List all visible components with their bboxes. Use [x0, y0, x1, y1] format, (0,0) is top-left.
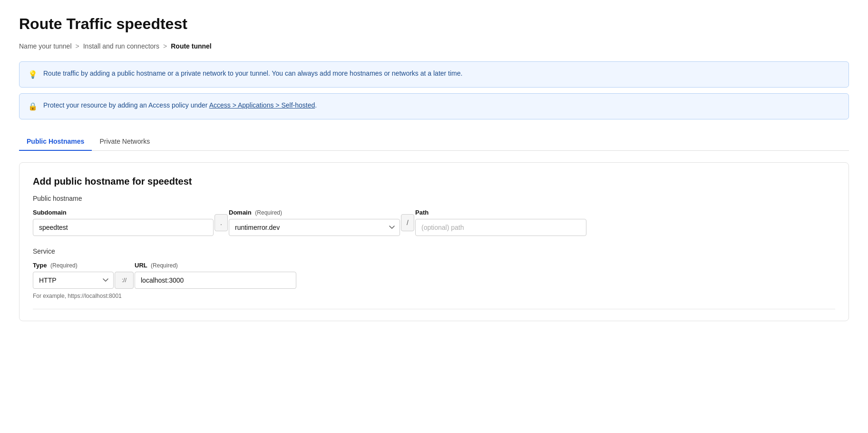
url-hint-text: For example, https://localhost:8001 [33, 293, 835, 299]
info-banner-2-text: Protect your resource by adding an Acces… [43, 100, 317, 110]
domain-required-tag: (Required) [255, 209, 282, 216]
info-banner-2: 🔒 Protect your resource by adding an Acc… [19, 93, 849, 119]
hostname-fields-row: Subdomain . Domain (Required) runtimerro… [33, 209, 835, 236]
domain-select[interactable]: runtimerror.dev [229, 219, 400, 236]
form-card-title: Add public hostname for speedtest [33, 176, 835, 187]
form-card: Add public hostname for speedtest Public… [19, 162, 849, 321]
dot-separator-group: . [214, 214, 229, 231]
tab-public-hostnames[interactable]: Public Hostnames [19, 133, 92, 151]
lightbulb-icon: 💡 [28, 69, 38, 80]
info-banner-1: 💡 Route traffic by adding a public hostn… [19, 61, 849, 88]
slash-separator: / [401, 214, 414, 231]
breadcrumb-step2: Install and run connectors [83, 42, 159, 50]
breadcrumb-step3: Route tunnel [171, 42, 212, 50]
url-field-group: URL (Required) [135, 262, 296, 289]
path-field-group: Path [415, 209, 586, 236]
info-banner-1-text: Route traffic by adding a public hostnam… [43, 69, 462, 79]
domain-label: Domain (Required) [229, 209, 400, 216]
subdomain-field-group: Subdomain [33, 209, 214, 236]
service-row: Type (Required) HTTP HTTPS SSH RDP TCP U… [33, 262, 835, 289]
form-divider [33, 309, 835, 309]
type-label: Type (Required) [33, 262, 114, 269]
path-input[interactable] [415, 219, 586, 236]
protocol-badge: :// [115, 272, 134, 289]
access-link[interactable]: Access > Applications > Self-hosted [209, 101, 315, 109]
subdomain-input[interactable] [33, 219, 214, 236]
breadcrumb-separator2: > [163, 42, 167, 50]
protocol-badge-group: :// [114, 272, 135, 289]
lock-icon: 🔒 [28, 101, 38, 112]
type-select[interactable]: HTTP HTTPS SSH RDP TCP UDP [33, 272, 114, 289]
type-required-tag: (Required) [50, 262, 78, 269]
tabs-container: Public Hostnames Private Networks [19, 133, 849, 151]
slash-separator-group: / [400, 214, 415, 231]
hostname-section-label: Public hostname [33, 195, 835, 202]
breadcrumb-separator1: > [76, 42, 79, 50]
path-label: Path [415, 209, 586, 216]
breadcrumb: Name your tunnel > Install and run conne… [19, 42, 849, 50]
url-input[interactable] [135, 272, 296, 289]
dot-separator: . [215, 214, 228, 231]
type-field-group: Type (Required) HTTP HTTPS SSH RDP TCP U… [33, 262, 114, 289]
url-required-tag: (Required) [151, 262, 178, 269]
url-label: URL (Required) [135, 262, 296, 269]
breadcrumb-step1: Name your tunnel [19, 42, 72, 50]
service-section-label: Service [33, 247, 835, 255]
tab-private-networks[interactable]: Private Networks [92, 133, 157, 151]
tabs: Public Hostnames Private Networks [19, 133, 849, 151]
domain-field-group: Domain (Required) runtimerror.dev [229, 209, 400, 236]
subdomain-label: Subdomain [33, 209, 214, 216]
page-title: Route Traffic speedtest [19, 15, 849, 33]
